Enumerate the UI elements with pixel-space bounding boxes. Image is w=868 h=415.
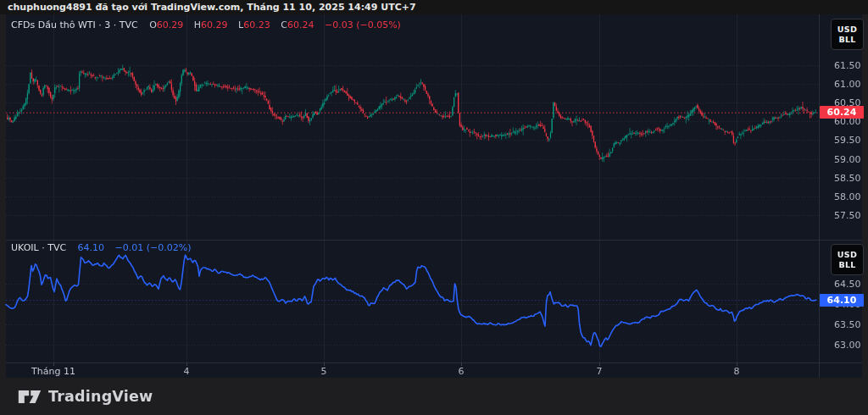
attribution-text: chuphuong4891 đã tạo với TradingView.com… (8, 2, 416, 13)
change-value-ukoil: −0.01 (−0.02%) (115, 242, 192, 253)
price-tick-label: 61.50 (834, 60, 861, 71)
unit-currency-ukoil: USD (837, 250, 857, 259)
time-tick-label: 5 (321, 366, 327, 377)
low-value: 60.23 (243, 19, 270, 30)
legend-wti[interactable]: CFDs Dầu thô WTI · 3 · TVC O60.29 H60.29… (11, 19, 401, 30)
price-tick-label: 57.50 (834, 209, 861, 220)
price-tick-label: 63.50 (834, 318, 861, 329)
time-tick-label: 7 (597, 366, 603, 377)
price-tick-label: 61.00 (834, 79, 861, 90)
legend-ukoil[interactable]: UKOIL · TVC 64.10 −0.01 (−0.02%) (11, 242, 192, 253)
attribution-bar: chuphuong4891 đã tạo với TradingView.com… (0, 0, 868, 14)
footer-bar: TradingView (0, 378, 868, 415)
time-tick-label: 4 (184, 366, 190, 377)
high-value: 60.29 (201, 19, 228, 30)
price-tick-label: 63.00 (834, 339, 861, 350)
price-tick-label: 58.50 (834, 172, 861, 183)
close-value: 60.24 (287, 19, 314, 30)
open-value: 60.29 (157, 19, 184, 30)
unit-measure-wti: BLL (838, 35, 855, 44)
unit-measure-ukoil: BLL (838, 260, 855, 269)
close-label: C (281, 19, 287, 30)
time-tick-label: Tháng 11 (31, 366, 75, 377)
last-price-badge-wti: 60.24 (820, 106, 864, 119)
tradingview-logo-icon[interactable] (18, 390, 42, 404)
price-tick-label: 64.50 (834, 278, 861, 289)
change-value-wti: −0.03 (−0.05%) (325, 19, 401, 30)
last-value-ukoil: 64.10 (78, 242, 105, 253)
time-tick-label: 6 (459, 366, 465, 377)
unit-badge-wti: USD BLL (831, 19, 864, 50)
price-tick-label: 59.00 (834, 153, 861, 164)
unit-badge-ukoil: USD BLL (831, 244, 864, 275)
high-label: H (194, 19, 201, 30)
brand-name[interactable]: TradingView (48, 388, 153, 405)
last-price-badge-ukoil: 64.10 (820, 294, 864, 307)
chart-canvas[interactable] (0, 0, 868, 415)
open-label: O (149, 19, 157, 30)
tradingview-snapshot: chuphuong4891 đã tạo với TradingView.com… (0, 0, 868, 415)
time-tick-label: 8 (734, 366, 740, 377)
symbol-title-ukoil: UKOIL · TVC (11, 242, 66, 253)
symbol-title-wti: CFDs Dầu thô WTI · 3 · TVC (11, 19, 138, 30)
price-tick-label: 59.50 (834, 135, 861, 146)
price-tick-label: 58.00 (834, 191, 861, 202)
unit-currency-wti: USD (837, 25, 857, 34)
